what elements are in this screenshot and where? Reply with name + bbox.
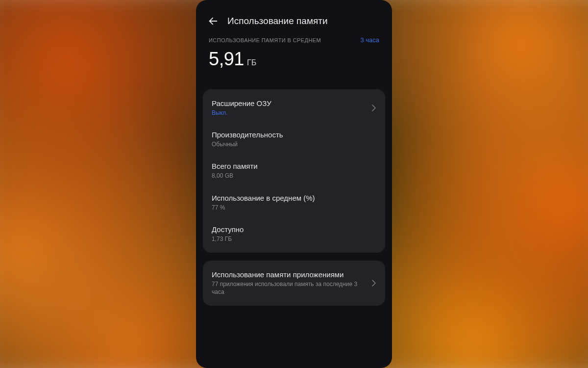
usage-unit: ГБ (247, 58, 256, 67)
performance-label: Производительность (212, 131, 376, 139)
average-usage-value: 5,91 ГБ (209, 49, 379, 70)
available-memory-label: Доступно (212, 225, 376, 234)
interval-selector[interactable]: 3 часа (360, 36, 379, 44)
total-memory-value: 8,00 GB (212, 172, 376, 180)
average-usage-label: ИСПОЛЬЗОВАНИЕ ПАМЯТИ В СРЕДНЕМ (209, 37, 321, 43)
back-arrow-icon[interactable] (208, 16, 219, 26)
usage-number: 5,91 (209, 49, 244, 70)
apps-usage-sub: 77 приложения использовали память за пос… (212, 280, 366, 296)
average-percent-value: 77 % (212, 204, 376, 211)
chevron-right-icon (371, 279, 376, 287)
apps-usage-card: Использование памяти приложениями 77 при… (203, 261, 385, 306)
ram-extension-label: Расширение ОЗУ (212, 99, 366, 107)
page-title: Использование памяти (227, 16, 328, 26)
average-percent-label: Использование в среднем (%) (212, 194, 376, 202)
average-percent-row: Использование в среднем (%) 77 % (203, 187, 385, 218)
header-bar: Использование памяти (196, 0, 392, 34)
total-memory-row: Всего памяти 8,00 GB (203, 155, 385, 186)
ram-extension-value: Выкл. (212, 109, 366, 117)
summary-section: ИСПОЛЬЗОВАНИЕ ПАМЯТИ В СРЕДНЕМ 3 часа 5,… (196, 34, 392, 89)
available-memory-value: 1,73 ГБ (212, 235, 376, 243)
total-memory-label: Всего памяти (212, 162, 376, 170)
apps-usage-row[interactable]: Использование памяти приложениями 77 при… (203, 263, 385, 303)
ram-extension-row[interactable]: Расширение ОЗУ Выкл. (203, 92, 385, 124)
performance-value: Обычный (212, 140, 376, 148)
memory-details-card: Расширение ОЗУ Выкл. Производительность … (203, 89, 385, 253)
available-memory-row: Доступно 1,73 ГБ (203, 218, 385, 250)
chevron-right-icon (371, 104, 376, 112)
apps-usage-label: Использование памяти приложениями (212, 270, 366, 279)
phone-screen: Использование памяти ИСПОЛЬЗОВАНИЕ ПАМЯТ… (196, 0, 392, 368)
performance-row: Производительность Обычный (203, 124, 385, 155)
